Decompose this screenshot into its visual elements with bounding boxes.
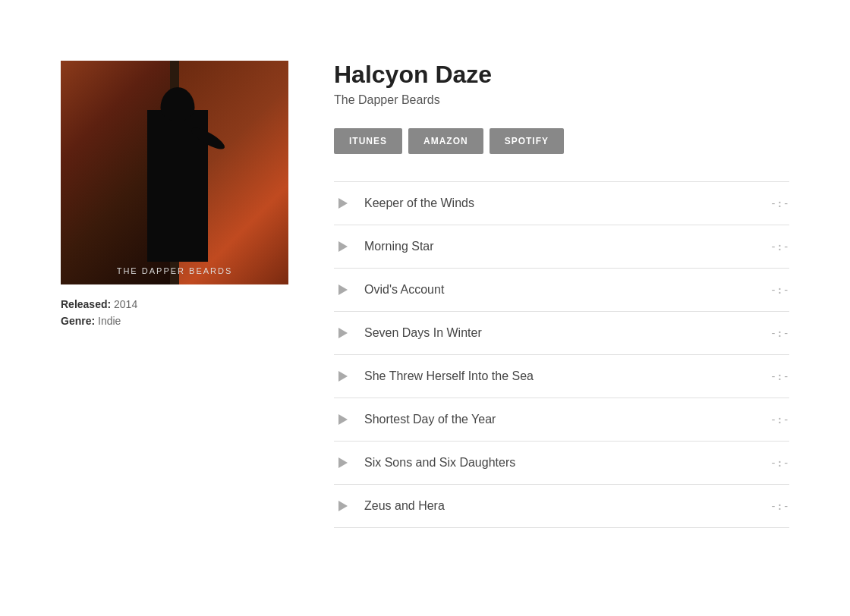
play-icon	[338, 284, 348, 295]
art-figure	[147, 110, 208, 262]
track-duration: -:-	[770, 457, 789, 469]
itunes-button[interactable]: ITUNES	[334, 128, 402, 154]
genre-label: Genre:	[61, 315, 95, 327]
album-meta: Released: 2014 Genre: Indie	[61, 298, 288, 327]
play-button[interactable]	[334, 237, 352, 256]
artist-name: The Dapper Beards	[334, 93, 789, 107]
play-button[interactable]	[334, 367, 352, 385]
play-button[interactable]	[334, 410, 352, 429]
track-duration: -:-	[770, 413, 789, 426]
play-button[interactable]	[334, 324, 352, 342]
track-list: Keeper of the Winds-:-Morning Star-:-Ovi…	[334, 181, 789, 528]
track-row[interactable]: Shortest Day of the Year-:-	[334, 398, 789, 442]
page: THE DAPPER BEARDS Released: 2014 Genre: …	[0, 0, 850, 616]
track-row[interactable]: Six Sons and Six Daughters-:-	[334, 442, 789, 485]
track-name: Ovid's Account	[364, 283, 770, 297]
released-line: Released: 2014	[61, 298, 288, 310]
play-icon	[338, 241, 348, 252]
track-name: Keeper of the Winds	[364, 196, 770, 210]
album-art-inner: THE DAPPER BEARDS	[61, 61, 288, 284]
track-name: Zeus and Hera	[364, 499, 770, 513]
track-duration: -:-	[770, 327, 789, 339]
play-icon	[338, 457, 348, 468]
play-button[interactable]	[334, 497, 352, 515]
track-name: Six Sons and Six Daughters	[364, 456, 770, 470]
play-icon	[338, 198, 348, 209]
track-name: Morning Star	[364, 240, 770, 253]
track-name: Shortest Day of the Year	[364, 413, 770, 426]
track-row[interactable]: Zeus and Hera-:-	[334, 485, 789, 528]
play-button[interactable]	[334, 281, 352, 299]
genre-text: Indie	[98, 315, 121, 327]
right-panel: Halcyon Daze The Dapper Beards ITUNES AM…	[334, 61, 789, 570]
play-icon	[338, 328, 348, 338]
spotify-button[interactable]: SPOTIFY	[490, 128, 564, 154]
genre-line: Genre: Indie	[61, 315, 288, 327]
track-duration: -:-	[770, 284, 789, 296]
album-art: THE DAPPER BEARDS	[61, 61, 288, 284]
track-row[interactable]: Ovid's Account-:-	[334, 269, 789, 312]
play-button[interactable]	[334, 454, 352, 472]
album-title: Halcyon Daze	[334, 61, 789, 89]
released-label: Released:	[61, 298, 111, 310]
track-name: Seven Days In Winter	[364, 326, 770, 340]
track-duration: -:-	[770, 240, 789, 253]
track-row[interactable]: Morning Star-:-	[334, 225, 789, 269]
released-year: 2014	[114, 298, 137, 310]
play-icon	[338, 501, 348, 511]
left-panel: THE DAPPER BEARDS Released: 2014 Genre: …	[61, 61, 288, 570]
play-icon	[338, 371, 348, 382]
amazon-button[interactable]: AMAZON	[408, 128, 483, 154]
track-duration: -:-	[770, 197, 789, 209]
track-name: She Threw Herself Into the Sea	[364, 369, 770, 383]
track-duration: -:-	[770, 500, 789, 512]
track-duration: -:-	[770, 370, 789, 382]
track-row[interactable]: Seven Days In Winter-:-	[334, 312, 789, 355]
play-icon	[338, 414, 348, 425]
play-button[interactable]	[334, 194, 352, 212]
album-band-name-art: THE DAPPER BEARDS	[61, 266, 288, 275]
track-row[interactable]: Keeper of the Winds-:-	[334, 182, 789, 225]
store-buttons: ITUNES AMAZON SPOTIFY	[334, 128, 789, 154]
track-row[interactable]: She Threw Herself Into the Sea-:-	[334, 355, 789, 398]
